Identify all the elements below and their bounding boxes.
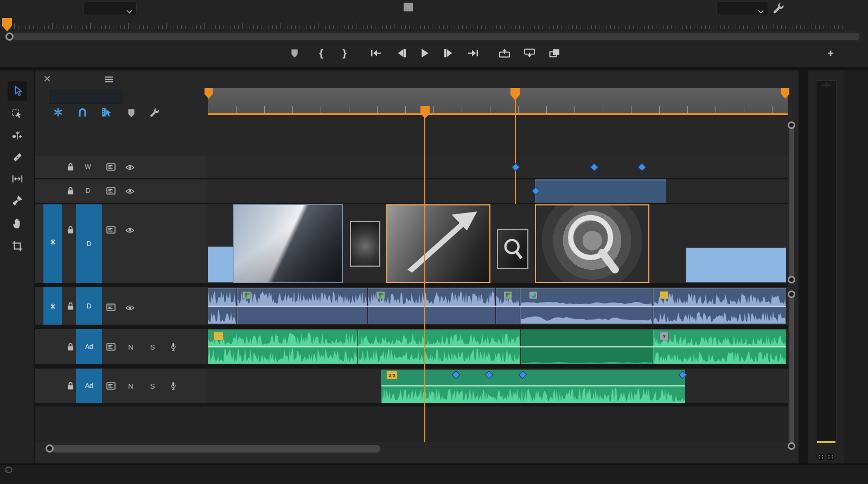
- video-clip[interactable]: [686, 248, 786, 282]
- close-icon[interactable]: [43, 75, 51, 82]
- razor-tool[interactable]: [8, 147, 27, 167]
- monitor-scrollbar[interactable]: [13, 33, 859, 40]
- playback-resolution-select[interactable]: [716, 2, 768, 15]
- source-patch-strip[interactable]: [43, 204, 62, 283]
- sync-lock-icon[interactable]: [106, 186, 116, 195]
- timeline-settings-icon[interactable]: [146, 104, 163, 120]
- hand-tool[interactable]: [8, 214, 27, 233]
- linked-selection-icon[interactable]: [99, 104, 115, 120]
- chevron-down-icon: [126, 6, 132, 10]
- track-name-chip[interactable]: Ad: [76, 369, 102, 403]
- mic-icon[interactable]: [169, 380, 177, 391]
- lock-icon[interactable]: [66, 225, 75, 234]
- video-clip[interactable]: [535, 179, 666, 203]
- ruler-ticks: [208, 106, 788, 113]
- video-track-2-content[interactable]: [206, 179, 788, 203]
- zoom-level-select[interactable]: [84, 2, 137, 15]
- sync-lock-icon[interactable]: [106, 343, 116, 351]
- lift-button[interactable]: [496, 45, 513, 61]
- v-scrollbar-audio[interactable]: [789, 294, 794, 443]
- v-scroll-knob[interactable]: [788, 291, 795, 298]
- mute-button[interactable]: N: [126, 382, 136, 390]
- solo-button[interactable]: S: [148, 382, 157, 390]
- fx-badge-icon: [529, 291, 538, 299]
- pen-tool[interactable]: [8, 191, 27, 210]
- sync-lock-icon[interactable]: [106, 225, 116, 234]
- fx-badge-icon: [376, 291, 385, 299]
- extract-button[interactable]: [521, 45, 538, 61]
- mark-out-button[interactable]: }: [336, 45, 353, 61]
- sync-lock-icon[interactable]: [106, 163, 116, 171]
- fx-badge-icon: [242, 291, 251, 299]
- lock-icon[interactable]: [66, 163, 75, 171]
- source-patch-strip[interactable]: [43, 287, 62, 325]
- add-marker-button[interactable]: [286, 45, 303, 61]
- eye-icon[interactable]: [124, 304, 135, 311]
- timecode-field[interactable]: [49, 91, 122, 104]
- nest-toggle-icon[interactable]: [50, 104, 66, 120]
- snap-icon[interactable]: [74, 104, 91, 120]
- magnifier-icon: [536, 205, 648, 282]
- monitor-ruler-major-ticks: [14, 23, 843, 29]
- eye-icon[interactable]: [124, 227, 135, 234]
- mic-icon[interactable]: [169, 341, 177, 352]
- video-track-2-header: [35, 179, 206, 203]
- v-scroll-knob[interactable]: [788, 121, 795, 129]
- sync-lock-icon[interactable]: [106, 303, 116, 312]
- video-clip-thumbnail[interactable]: [350, 221, 380, 267]
- h-scrollbar[interactable]: [53, 445, 380, 453]
- row-separator: [35, 325, 788, 329]
- selection-tool[interactable]: [8, 81, 27, 101]
- playhead-line[interactable]: [424, 115, 425, 442]
- fx-badge-icon: [503, 291, 512, 299]
- refresh-icon[interactable]: [3, 465, 14, 474]
- track-name-chip[interactable]: Ad: [76, 329, 102, 364]
- lock-icon[interactable]: [66, 186, 75, 195]
- step-back-button[interactable]: [393, 45, 410, 61]
- track-name-chip[interactable]: D: [76, 287, 102, 325]
- selected-video-clip[interactable]: [535, 204, 649, 283]
- mark-in-button[interactable]: {: [313, 45, 329, 61]
- video-clip-thumbnail[interactable]: [497, 229, 528, 269]
- slip-tool[interactable]: [8, 169, 27, 189]
- monitor-settings-wrench-icon[interactable]: [773, 2, 784, 14]
- add-marker-icon[interactable]: [123, 105, 139, 121]
- selected-video-clip[interactable]: [386, 204, 490, 283]
- v-scroll-knob[interactable]: [788, 442, 795, 450]
- play-button[interactable]: [417, 45, 433, 61]
- go-to-in-button[interactable]: [368, 45, 384, 61]
- timeline-empty-area[interactable]: [35, 406, 788, 442]
- audio-clip-lower: [381, 386, 685, 403]
- chevron-down-icon: [758, 6, 764, 10]
- lock-icon[interactable]: [66, 343, 75, 351]
- solo-button[interactable]: S: [148, 343, 157, 351]
- crop-tool[interactable]: [8, 236, 27, 256]
- sync-lock-icon[interactable]: [106, 382, 116, 390]
- video-clip[interactable]: [208, 247, 233, 282]
- stereo-divider: [381, 385, 685, 386]
- eye-icon[interactable]: [124, 188, 135, 195]
- step-forward-button[interactable]: [441, 45, 457, 61]
- monitor-scroll-knob[interactable]: [5, 33, 14, 41]
- meter-mode-icon[interactable]: [827, 453, 834, 461]
- button-editor-button[interactable]: +: [822, 45, 839, 61]
- panel-menu-icon[interactable]: [104, 75, 113, 82]
- v-scroll-knob[interactable]: [788, 276, 795, 283]
- panel-grip-icon[interactable]: [404, 3, 413, 11]
- mute-button[interactable]: N: [126, 343, 136, 351]
- ripple-edit-tool[interactable]: [8, 126, 27, 145]
- video-clip-thumbnail[interactable]: [233, 204, 343, 283]
- comparison-view-button[interactable]: [546, 45, 563, 61]
- meter-mode-icon[interactable]: [817, 453, 825, 461]
- v-scrollbar-video[interactable]: [789, 125, 794, 280]
- video-track-3-header: [35, 156, 206, 178]
- eye-icon[interactable]: [124, 164, 135, 171]
- h-scroll-knob[interactable]: [46, 444, 54, 453]
- track-select-tool[interactable]: [8, 104, 27, 124]
- video-track-3-content[interactable]: [206, 156, 788, 178]
- lock-icon[interactable]: [66, 302, 75, 311]
- track-name-chip[interactable]: D: [76, 204, 102, 283]
- go-to-out-button[interactable]: [465, 45, 481, 61]
- stereo-divider: [208, 346, 786, 347]
- lock-icon[interactable]: [66, 382, 75, 390]
